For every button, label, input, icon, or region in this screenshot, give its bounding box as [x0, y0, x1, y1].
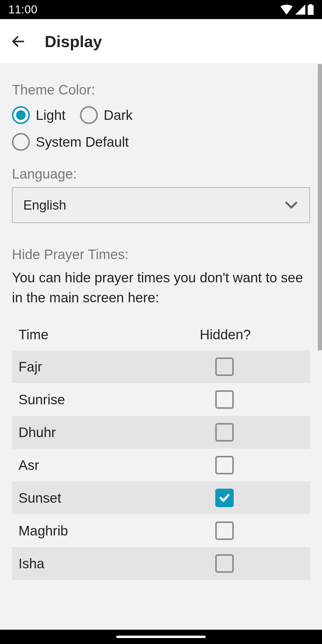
prayer-hidden-cell: [206, 489, 310, 507]
prayer-hidden-cell: [206, 423, 310, 442]
app-bar: Display: [0, 19, 322, 64]
theme-radio-dark[interactable]: Dark: [80, 103, 133, 127]
radio-icon: [80, 106, 98, 124]
col-header-time: Time: [12, 326, 200, 343]
table-row: Sunrise: [12, 383, 310, 416]
prayer-name: Sunrise: [12, 391, 206, 408]
col-header-hidden: Hidden?: [200, 326, 310, 343]
radio-icon: [12, 106, 30, 124]
prayer-hidden-cell: [206, 357, 310, 376]
theme-dark-label: Dark: [104, 107, 133, 123]
cell-signal-icon: [295, 4, 305, 15]
theme-light-label: Light: [36, 107, 66, 123]
prayer-hidden-cell: [206, 521, 310, 540]
table-row: Sunset: [12, 482, 310, 514]
prayer-table-header: Time Hidden?: [12, 319, 310, 350]
prayer-table-body: FajrSunriseDhuhrAsrSunsetMaghribIsha: [12, 350, 310, 580]
arrow-back-icon: [10, 34, 26, 49]
language-selected-value: English: [23, 198, 66, 213]
theme-radio-light[interactable]: Light: [12, 103, 66, 127]
prayer-hidden-cell: [206, 456, 310, 474]
status-icons: [280, 4, 314, 15]
home-indicator[interactable]: [116, 636, 206, 638]
prayer-hidden-checkbox[interactable]: [215, 423, 234, 442]
prayer-name: Sunset: [12, 490, 206, 506]
prayer-name: Fajr: [12, 359, 206, 375]
nav-bar: [0, 630, 322, 644]
page-title: Display: [45, 32, 102, 51]
table-row: Maghrib: [12, 514, 310, 547]
language-label: Language:: [12, 166, 310, 182]
theme-radio-system[interactable]: System Default: [12, 130, 296, 154]
battery-icon: [308, 4, 314, 15]
table-row: Isha: [12, 547, 310, 580]
status-bar: 11:00: [0, 0, 322, 19]
prayer-name: Isha: [12, 555, 206, 572]
content-area: Theme Color: Light Dark System Default L…: [0, 64, 322, 580]
radio-icon: [12, 133, 30, 151]
chevron-down-icon: [284, 198, 299, 213]
language-select[interactable]: English: [12, 187, 310, 223]
prayer-name: Asr: [12, 457, 206, 473]
theme-label: Theme Color:: [12, 82, 310, 98]
table-row: Fajr: [12, 350, 310, 383]
prayer-hidden-checkbox[interactable]: [215, 390, 234, 409]
theme-radio-group: Light Dark System Default: [12, 103, 310, 157]
prayer-hidden-checkbox[interactable]: [215, 456, 234, 474]
prayer-hidden-checkbox[interactable]: [215, 357, 234, 376]
prayer-hidden-checkbox[interactable]: [215, 554, 234, 573]
prayer-hidden-cell: [206, 390, 310, 409]
table-row: Asr: [12, 449, 310, 482]
back-button[interactable]: [10, 33, 27, 50]
prayer-name: Dhuhr: [12, 424, 206, 440]
status-time: 11:00: [8, 3, 38, 16]
prayer-name: Maghrib: [12, 523, 206, 539]
prayer-hidden-checkbox[interactable]: [215, 521, 234, 540]
wifi-icon: [280, 4, 293, 15]
scrollbar[interactable]: [318, 64, 322, 350]
hide-prayers-label: Hide Prayer Times:: [12, 246, 310, 262]
prayer-hidden-cell: [206, 554, 310, 573]
table-row: Dhuhr: [12, 416, 310, 449]
svg-rect-1: [309, 4, 312, 6]
theme-system-label: System Default: [36, 134, 129, 150]
hide-prayers-description: You can hide prayer times you don't want…: [12, 268, 310, 307]
svg-rect-0: [308, 5, 314, 15]
prayer-hidden-checkbox[interactable]: [215, 489, 234, 507]
